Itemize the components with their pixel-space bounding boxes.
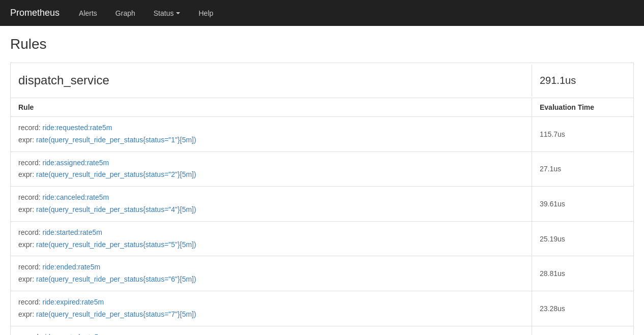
page-content: Rules dispatch_service 291.1us Rule Eval… [0,26,644,335]
page-title: Rules [10,36,634,52]
group-eval-time: 291.1us [532,65,633,97]
column-headers: Rule Evaluation Time [11,98,633,117]
record-label: record: [18,159,42,167]
record-label: record: [18,228,42,236]
record-label: record: [18,124,42,132]
rule-row: record: ride:canceled:rate5m expr: rate(… [11,187,633,222]
rule-row: record: ride:expired:rate5m expr: rate(q… [11,291,633,326]
rule-row: record: ride:requested:rate5m expr: rate… [11,117,633,152]
rule-row: record: ride:ended:rate5m expr: rate(que… [11,256,633,291]
nav-status-button[interactable]: Status [144,0,190,26]
expr-value[interactable]: rate(query_result_ride_per_status{status… [36,275,196,283]
eval-time-cell: 25.19us [532,222,633,256]
nav-brand[interactable]: Prometheus [0,0,70,26]
nav-alerts[interactable]: Alerts [70,0,106,26]
expr-label: expr: [18,310,36,318]
rule-cell: record: ride:requested:rate5m expr: rate… [11,117,532,151]
nav-status-label: Status [154,9,174,17]
rule-row: record: ride:created:rate5m expr: rate(q… [11,326,633,335]
record-value[interactable]: ride:canceled:rate5m [42,193,109,201]
navbar: Prometheus Alerts Graph Status Help [0,0,644,26]
col-rule-header: Rule [11,98,532,116]
eval-time-cell: 39.61us [532,187,633,221]
nav-help[interactable]: Help [189,0,222,26]
group-header: dispatch_service 291.1us [11,63,633,98]
rule-cell: record: ride:started:rate5m expr: rate(q… [11,222,532,256]
eval-time-cell: 115.7us [532,117,633,151]
record-value[interactable]: ride:requested:rate5m [42,124,112,132]
record-value[interactable]: ride:created:rate5m [42,333,104,335]
record-value[interactable]: ride:assigned:rate5m [42,159,109,167]
record-value[interactable]: ride:ended:rate5m [42,263,100,271]
record-value[interactable]: ride:expired:rate5m [42,298,104,306]
eval-time-cell: 27.1us [532,152,633,187]
record-label: record: [18,333,42,335]
expr-label: expr: [18,170,36,178]
eval-time-cell: 28.81us [532,256,633,291]
expr-label: expr: [18,136,36,144]
rule-cell: record: ride:created:rate5m expr: rate(q… [11,326,532,335]
rules-list: record: ride:requested:rate5m expr: rate… [11,117,633,335]
record-label: record: [18,193,42,201]
expr-label: expr: [18,205,36,214]
expr-value[interactable]: rate(query_result_ride_per_status{status… [36,310,196,318]
record-label: record: [18,298,42,306]
expr-value[interactable]: rate(query_result_ride_per_status{status… [36,136,196,144]
record-label: record: [18,263,42,271]
rule-cell: record: ride:ended:rate5m expr: rate(que… [11,256,532,291]
rule-row: record: ride:started:rate5m expr: rate(q… [11,222,633,257]
group-name: dispatch_service [11,63,532,98]
expr-value[interactable]: rate(query_result_ride_per_status{status… [36,240,196,249]
rules-container: dispatch_service 291.1us Rule Evaluation… [10,63,634,335]
nav-status-dropdown[interactable]: Status [144,0,190,26]
dropdown-caret-icon [176,12,180,14]
eval-time-cell: 25.27us [532,326,633,335]
expr-label: expr: [18,275,36,283]
rule-row: record: ride:assigned:rate5m expr: rate(… [11,152,633,187]
rule-cell: record: ride:expired:rate5m expr: rate(q… [11,291,532,326]
expr-value[interactable]: rate(query_result_ride_per_status{status… [36,170,196,178]
nav-graph[interactable]: Graph [106,0,144,26]
rule-cell: record: ride:canceled:rate5m expr: rate(… [11,187,532,221]
col-eval-header: Evaluation Time [532,98,633,116]
expr-value[interactable]: rate(query_result_ride_per_status{status… [36,205,196,214]
rule-cell: record: ride:assigned:rate5m expr: rate(… [11,152,532,187]
record-value[interactable]: ride:started:rate5m [42,228,102,236]
expr-label: expr: [18,240,36,249]
eval-time-cell: 23.28us [532,291,633,326]
